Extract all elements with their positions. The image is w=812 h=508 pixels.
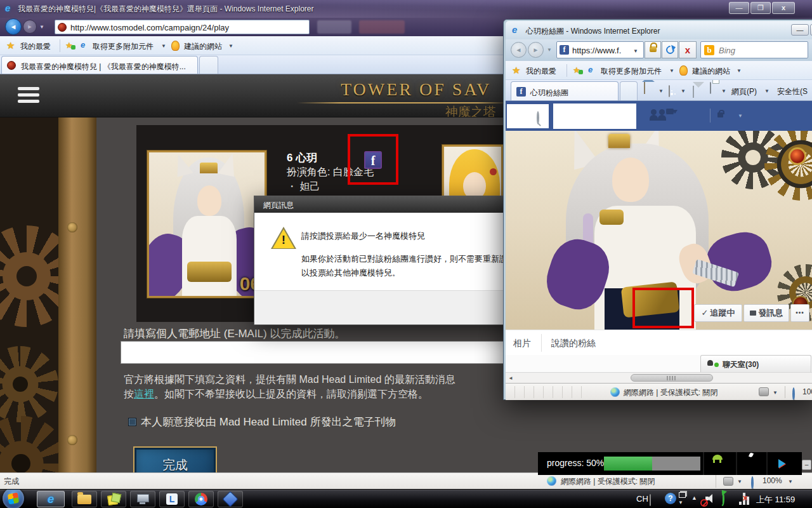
- site-favicon: [58, 23, 67, 32]
- close-button[interactable]: x: [772, 2, 795, 14]
- home-icon[interactable]: [644, 82, 645, 94]
- back-button[interactable]: ◄: [511, 42, 527, 58]
- screw-icon: [67, 222, 77, 232]
- divider: [716, 475, 716, 488]
- taskbar-explorer-button[interactable]: [72, 491, 97, 507]
- nav-dropdown-icon[interactable]: ▼: [547, 47, 552, 53]
- menu-security[interactable]: 安全性(S: [777, 86, 808, 97]
- scroll-thumb[interactable]: [631, 374, 713, 382]
- dialog-title-bar[interactable]: 網頁訊息: [254, 196, 520, 213]
- suggested-dropdown-icon[interactable]: ▼: [737, 68, 742, 74]
- addons-dropdown-icon[interactable]: ▼: [161, 43, 166, 49]
- maximize-button[interactable]: ❐: [750, 2, 771, 14]
- suggested-dropdown-icon[interactable]: ▼: [228, 43, 233, 49]
- privacy-here-link[interactable]: 這裡: [134, 389, 154, 399]
- tab-fanpage[interactable]: f 心玥粉絲團: [511, 81, 619, 101]
- url-dropdown-icon[interactable]: ▼: [633, 48, 638, 54]
- status-cell-divider: [524, 386, 525, 398]
- network-x: x: [743, 493, 745, 505]
- scroll-left-arrow[interactable]: ◄: [508, 375, 513, 381]
- favorites-label[interactable]: 我的最愛: [526, 66, 556, 77]
- fb-window-title: 心玥粉絲團 - Windows Internet Explorer: [526, 26, 660, 37]
- forward-button[interactable]: ►: [23, 20, 37, 34]
- zoom-dropdown-icon[interactable]: ▼: [788, 479, 793, 485]
- address-bar[interactable]: http://www.tosmodel.com/campaign/24/play: [55, 20, 310, 34]
- favorites-star-icon[interactable]: ★: [6, 40, 15, 51]
- fb-tab-row: f 心玥粉絲團 ▼ ▼ ▼ 網頁(P) ▼ 安全性(S: [506, 80, 812, 101]
- zoom-level[interactable]: 100: [802, 387, 812, 396]
- fb-search-box[interactable]: [507, 104, 549, 128]
- status-dropdown-icon[interactable]: ▼: [737, 479, 742, 485]
- model-photo-frame[interactable]: 06: [147, 150, 266, 298]
- new-tab-button[interactable]: [620, 81, 638, 101]
- tab-liked-fans[interactable]: 說讚的粉絲: [551, 338, 596, 349]
- model-crown: [200, 163, 218, 173]
- get-addons-label[interactable]: 取得更多附加元件: [93, 41, 154, 52]
- taskbar-line-button[interactable]: L: [159, 491, 185, 507]
- show-hidden-icons[interactable]: ▲: [691, 495, 697, 501]
- feed-dropdown-icon[interactable]: ▼: [681, 88, 686, 94]
- ime-pad-icon[interactable]: [679, 492, 686, 498]
- tab-photos[interactable]: 相片: [513, 338, 531, 349]
- favorites-star-icon[interactable]: ★: [512, 65, 520, 76]
- suggested-sites-label[interactable]: 建議的網站: [692, 66, 730, 77]
- nav-dropdown-icon[interactable]: ▼: [39, 24, 44, 30]
- forward-button[interactable]: ►: [528, 42, 544, 58]
- entry-title: 6 心玥: [287, 150, 317, 165]
- message-button[interactable]: 發訊息: [743, 304, 789, 322]
- sync-icon[interactable]: [721, 491, 724, 506]
- main-title-bar[interactable]: e 我最喜愛的神魔模特兒|《我最喜愛的神魔模特兒》選舉頁面 - Windows …: [0, 0, 812, 18]
- dialog-message-line2: 如果你於活動前已對該粉絲團進行讚好，則不需要重新讚好: [301, 253, 516, 265]
- hamburger-menu-icon[interactable]: [18, 87, 39, 105]
- zoom-level[interactable]: 100%: [763, 476, 782, 485]
- taskbar-chrome-button[interactable]: [188, 491, 214, 507]
- collapse-bar-button[interactable]: –: [802, 460, 811, 470]
- taskbar-remote-desktop-button[interactable]: [130, 491, 155, 507]
- get-addons-label[interactable]: 取得更多附加元件: [601, 66, 662, 77]
- ime-help-icon[interactable]: ?: [665, 493, 676, 504]
- menu-page[interactable]: 網頁(P): [731, 86, 757, 97]
- taskbar-game-button[interactable]: [218, 491, 243, 507]
- protected-mode-icon[interactable]: [759, 387, 769, 396]
- bing-search-box[interactable]: b Bing: [700, 41, 808, 58]
- account-dropdown-icon[interactable]: ▼: [738, 113, 743, 119]
- security-lock-button[interactable]: [645, 41, 661, 58]
- following-button[interactable]: ✓追蹤中: [694, 304, 742, 322]
- clock[interactable]: 上午 11:59: [756, 494, 795, 505]
- page-dropdown-icon[interactable]: ▼: [764, 88, 769, 94]
- more-button[interactable]: •••: [790, 304, 809, 322]
- taskbar-notes-button[interactable]: [101, 491, 126, 507]
- new-tab-button[interactable]: [199, 56, 218, 74]
- fb-horizontal-scrollbar[interactable]: ◄: [506, 372, 812, 383]
- minimize-button[interactable]: —: [729, 2, 749, 14]
- tab-tosmodel[interactable]: 我最喜愛的神魔模特兒 | 《我最喜愛的神魔模特...: [1, 56, 198, 74]
- home-dropdown-icon[interactable]: ▼: [658, 88, 664, 94]
- addons-dropdown-icon[interactable]: ▼: [669, 68, 674, 74]
- finish-button[interactable]: 完成: [133, 446, 217, 472]
- privacy-line2: 按這裡。如閣下不希望接收以上提及的資料，請取消剔選下方空格。: [124, 388, 428, 401]
- protected-mode-icon[interactable]: [723, 477, 733, 486]
- stop-button[interactable]: x: [679, 41, 697, 58]
- rss-feed-icon[interactable]: [669, 85, 670, 97]
- chat-bar[interactable]: 聊天室(30): [700, 355, 811, 372]
- favorites-label[interactable]: 我的最愛: [20, 41, 51, 52]
- print-dropdown-icon[interactable]: ▼: [721, 88, 726, 94]
- minimize-button[interactable]: —: [791, 24, 809, 36]
- status-cell-divider: [553, 386, 553, 398]
- fb-title-bar[interactable]: e 心玥粉絲團 - Windows Internet Explorer — ❐: [506, 21, 812, 39]
- status-dropdown-icon[interactable]: ▼: [773, 390, 778, 396]
- refresh-button[interactable]: [662, 41, 678, 58]
- divider: [710, 109, 710, 123]
- start-button[interactable]: [3, 489, 24, 508]
- read-mail-icon[interactable]: [693, 86, 694, 98]
- newsletter-checkbox[interactable]: [128, 418, 136, 426]
- print-icon[interactable]: [710, 82, 711, 94]
- message-label: 發訊息: [759, 308, 783, 318]
- back-button[interactable]: ◄: [5, 18, 22, 35]
- taskbar-ie-button[interactable]: e: [37, 491, 65, 507]
- fb-address-bar[interactable]: f https://www.f. ▼: [556, 41, 644, 58]
- ime-dropdown-icon[interactable]: ▼: [678, 500, 683, 505]
- keyboard-layout-icon[interactable]: [650, 494, 651, 506]
- suggested-sites-label[interactable]: 建議的網站: [184, 41, 222, 52]
- language-indicator[interactable]: CH: [636, 494, 648, 504]
